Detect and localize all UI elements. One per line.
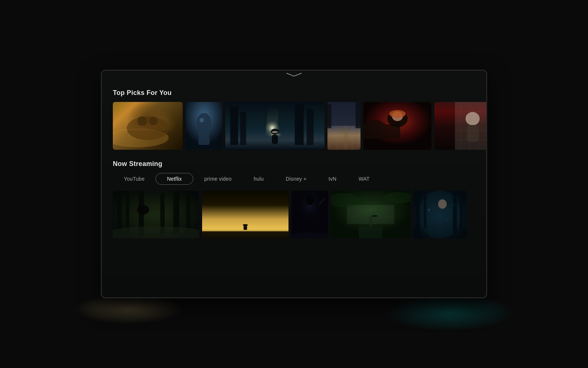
- svg-point-73: [428, 209, 430, 211]
- bg-glow-right: [386, 294, 514, 331]
- svg-rect-31: [467, 125, 478, 142]
- tab-prime[interactable]: prime video: [193, 173, 243, 185]
- svg-rect-69: [424, 191, 426, 229]
- svg-rect-50: [202, 231, 288, 239]
- tab-youtube[interactable]: YouTube: [113, 173, 155, 185]
- now-streaming-section: Now Streaming YouTube Netflix prime vide…: [113, 160, 475, 238]
- svg-point-15: [272, 131, 278, 133]
- svg-point-72: [438, 199, 447, 209]
- top-pick-item[interactable]: [225, 102, 325, 150]
- top-pick-item[interactable]: [113, 102, 183, 150]
- tab-watch[interactable]: WAT: [348, 173, 381, 185]
- svg-point-57: [291, 232, 328, 238]
- tv-notch: [279, 71, 309, 78]
- svg-rect-46: [186, 193, 191, 234]
- svg-point-3: [149, 117, 158, 125]
- svg-point-51: [243, 224, 248, 226]
- svg-point-30: [466, 112, 480, 125]
- svg-point-47: [113, 227, 199, 239]
- svg-rect-6: [198, 131, 209, 145]
- svg-point-75: [447, 219, 448, 220]
- streaming-item[interactable]: [291, 191, 328, 238]
- top-pick-item[interactable]: [434, 102, 486, 150]
- svg-rect-61: [369, 217, 372, 227]
- tab-disney[interactable]: Disney +: [275, 173, 318, 185]
- top-picks-section: Top Picks For You: [113, 89, 475, 150]
- svg-rect-70: [453, 191, 457, 234]
- tab-hulu[interactable]: hulu: [243, 173, 275, 185]
- top-picks-title: Top Picks For You: [113, 89, 475, 97]
- svg-point-62: [372, 215, 378, 217]
- svg-point-55: [305, 195, 314, 205]
- streaming-item[interactable]: [202, 191, 288, 238]
- brand-logo-icon: [285, 72, 303, 77]
- svg-rect-8: [230, 107, 239, 145]
- streaming-row: [113, 191, 475, 238]
- top-pick-item[interactable]: [363, 102, 431, 150]
- svg-point-28: [389, 110, 405, 118]
- svg-rect-24: [356, 102, 361, 128]
- svg-point-2: [137, 116, 147, 126]
- svg-point-1: [127, 116, 169, 140]
- now-streaming-title: Now Streaming: [113, 160, 475, 168]
- svg-point-7: [200, 118, 204, 123]
- top-pick-item[interactable]: [186, 102, 222, 150]
- svg-rect-63: [359, 227, 383, 239]
- tab-tvn[interactable]: tvN: [318, 173, 348, 185]
- svg-rect-52: [244, 226, 247, 230]
- bg-glow-left: [74, 294, 184, 324]
- svg-rect-14: [272, 134, 278, 144]
- svg-rect-9: [240, 112, 246, 145]
- screen-content: Top Picks For You: [102, 71, 486, 297]
- svg-rect-11: [306, 109, 313, 145]
- streaming-item[interactable]: [113, 191, 199, 238]
- svg-rect-10: [295, 105, 304, 145]
- top-picks-row: [113, 102, 475, 150]
- streaming-item[interactable]: [331, 191, 410, 238]
- svg-rect-23: [327, 105, 331, 128]
- tv-frame: Top Picks For You: [101, 70, 487, 298]
- svg-point-48: [137, 205, 149, 215]
- svg-rect-68: [416, 191, 420, 238]
- svg-rect-71: [460, 193, 463, 234]
- streaming-tabs: YouTube Netflix prime video hulu Disney …: [113, 173, 475, 185]
- svg-point-74: [452, 204, 454, 206]
- top-pick-item[interactable]: [327, 102, 361, 150]
- svg-rect-41: [117, 191, 122, 234]
- tab-netflix[interactable]: Netflix: [155, 173, 193, 185]
- streaming-item[interactable]: [413, 191, 466, 238]
